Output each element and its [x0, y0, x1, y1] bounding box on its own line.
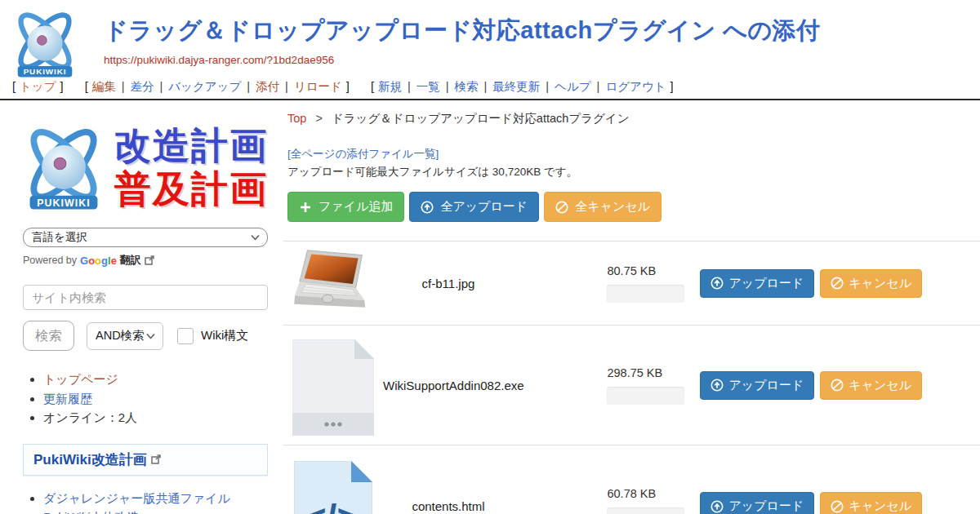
progress-bar	[607, 285, 684, 303]
sidebar-plugin-links: ダジャレンジャー版共通ファイル PukiWiki本体改造 PukiWikiテキス…	[23, 490, 268, 514]
nav-item-edit[interactable]: 編集	[92, 80, 116, 93]
upload-file-list: cf-b11.jpg 80.75 KB アップロード	[283, 241, 980, 514]
breadcrumb-home-link[interactable]: Top	[287, 112, 306, 125]
upload-button[interactable]: アップロード	[700, 371, 814, 400]
page-url-link[interactable]: https://pukiwiki.dajya-ranger.com/?1bd2d…	[104, 54, 334, 66]
language-select[interactable]: 言語を選択	[23, 228, 268, 247]
cancel-button[interactable]: キャンセル	[820, 371, 922, 400]
ban-icon	[831, 277, 844, 290]
nav-group-site: [新規|一覧|検索|最終更新|ヘルプ|ログアウト]	[367, 80, 678, 93]
laptop-photo-thumbnail	[290, 247, 376, 319]
progress-bar	[607, 387, 684, 405]
search-mode-select[interactable]: AND検索	[87, 322, 163, 350]
upload-button[interactable]: アップロード	[700, 492, 814, 514]
sidebar-item-common-files[interactable]: ダジャレンジャー版共通ファイル	[43, 491, 230, 505]
navbar: [トップ] [編集|差分|バックアップ|添付|リロード] [新規|一覧|検索|最…	[8, 79, 688, 95]
nav-item-diff[interactable]: 差分	[130, 80, 154, 93]
nav-item-logout[interactable]: ログアウト	[605, 80, 666, 93]
sidebar-item-toppage[interactable]: トップページ	[43, 372, 118, 386]
file-size: 80.75 KB	[607, 264, 688, 277]
bracket: [	[371, 80, 374, 93]
cancel-button[interactable]: キャンセル	[820, 492, 922, 514]
upload-icon	[421, 201, 434, 214]
separator: |	[597, 80, 600, 93]
file-meta: 80.75 KB	[607, 264, 688, 303]
nav-item-list[interactable]: 一覧	[416, 80, 440, 93]
upload-icon	[710, 379, 724, 392]
ban-icon	[555, 201, 568, 214]
file-name: cf-b11.jpg	[383, 277, 514, 290]
nav-item-new[interactable]: 新規	[378, 80, 402, 93]
list-item: 更新履歴	[43, 391, 268, 407]
site-search-input[interactable]	[23, 285, 268, 310]
bracket: ]	[346, 80, 350, 93]
plus-icon	[299, 201, 312, 214]
nav-item-help[interactable]: ヘルプ	[555, 80, 591, 93]
cancel-all-label: 全キャンセル	[575, 199, 650, 215]
nav-item-attach[interactable]: 添付	[256, 80, 279, 93]
separator: |	[247, 80, 250, 93]
powered-by-text: Powered by	[23, 255, 77, 266]
sidebar: PUKIWIKI 改造計画 普及計画 言語を選択 Powered by Goog…	[0, 100, 283, 514]
atom-nucleus-icon	[38, 36, 47, 46]
ban-icon	[831, 500, 844, 513]
bracket: ]	[60, 80, 64, 93]
bracket: ]	[670, 80, 674, 93]
header: PUKIWIKI ドラッグ＆ドロップアップロード対応attachプラグイン への…	[0, 0, 980, 100]
upload-size-info: アップロード可能最大ファイルサイズは 30,720KB です。	[287, 165, 980, 179]
code-file-icon: </>	[294, 461, 372, 514]
pukiwiki-banner-logo-icon: PUKIWIKI	[18, 119, 109, 215]
chevron-down-icon	[251, 235, 260, 241]
nav-item-recent[interactable]: 最終更新	[492, 80, 540, 93]
file-size: 60.78 KB	[607, 487, 688, 500]
upload-button-label: アップロード	[728, 276, 804, 291]
upload-icon	[710, 277, 724, 290]
wiki-syntax-checkbox[interactable]	[177, 328, 194, 344]
bracket: [	[85, 80, 88, 93]
sidebar-top-links: トップページ 更新履歴 オンライン：2人	[23, 371, 268, 426]
file-size: 298.75 KB	[607, 366, 688, 379]
pukiwiki-page: PUKIWIKI ドラッグ＆ドロップアップロード対応attachプラグイン への…	[0, 0, 980, 514]
online-count: オンライン：2人	[43, 410, 268, 426]
chevron-down-icon	[146, 333, 155, 339]
list-item: トップページ	[43, 371, 268, 388]
sidebar-heading-label: PukiWiki改造計画	[33, 450, 147, 469]
cancel-button-label: キャンセル	[849, 498, 911, 514]
file-name: WikiSupportAddin082.exe	[383, 379, 514, 392]
ban-icon	[831, 379, 844, 392]
nav-item-search[interactable]: 検索	[455, 80, 479, 93]
sidebar-heading-kaizou-link[interactable]: PukiWiki改造計画	[23, 444, 268, 476]
translate-label: 翻訳	[120, 253, 141, 268]
pukiwiki-logo[interactable]: PUKIWIKI	[7, 7, 83, 80]
file-row: WikiSupportAddin082.exe 298.75 KB アップロード	[283, 325, 980, 445]
banner-line1: 改造計画	[114, 124, 268, 167]
sidebar-banner-link[interactable]: PUKIWIKI 改造計画 普及計画	[18, 115, 268, 219]
google-translate-attribution: Powered by Google 翻訳	[23, 253, 268, 268]
all-attachments-link[interactable]: [全ページの添付ファイル一覧]	[287, 147, 439, 162]
search-button[interactable]: 検索	[23, 321, 74, 351]
separator: |	[408, 80, 411, 93]
file-thumbnail-cell	[283, 247, 383, 319]
file-name: contents.html	[383, 499, 514, 513]
separator: |	[122, 80, 125, 93]
add-file-button[interactable]: ファイル追加	[287, 192, 404, 222]
banner-line2: 普及計画	[114, 167, 268, 210]
separator: |	[546, 80, 549, 93]
logo-text: PUKIWIKI	[24, 67, 67, 76]
separator: |	[484, 80, 488, 93]
banner-words: 改造計画 普及計画	[114, 124, 268, 210]
cancel-all-button[interactable]: 全キャンセル	[544, 192, 662, 222]
sidebar-item-core-mod[interactable]: PukiWiki本体改造	[43, 510, 140, 514]
language-select-value: 言語を選択	[32, 230, 87, 245]
nav-item-backup[interactable]: バックアップ	[168, 80, 241, 93]
upload-button-label: アップロード	[728, 378, 804, 393]
cancel-button[interactable]: キャンセル	[820, 269, 922, 298]
progress-bar	[607, 507, 684, 514]
upload-all-button[interactable]: 全アップロード	[409, 192, 539, 222]
nav-item-top[interactable]: トップ	[20, 80, 56, 93]
sidebar-item-recent-changes[interactable]: 更新履歴	[43, 392, 92, 405]
nav-item-reload[interactable]: リロード	[294, 80, 342, 93]
upload-button[interactable]: アップロード	[700, 269, 814, 298]
file-row: cf-b11.jpg 80.75 KB アップロード	[283, 241, 980, 325]
file-meta: 298.75 KB	[607, 366, 688, 405]
